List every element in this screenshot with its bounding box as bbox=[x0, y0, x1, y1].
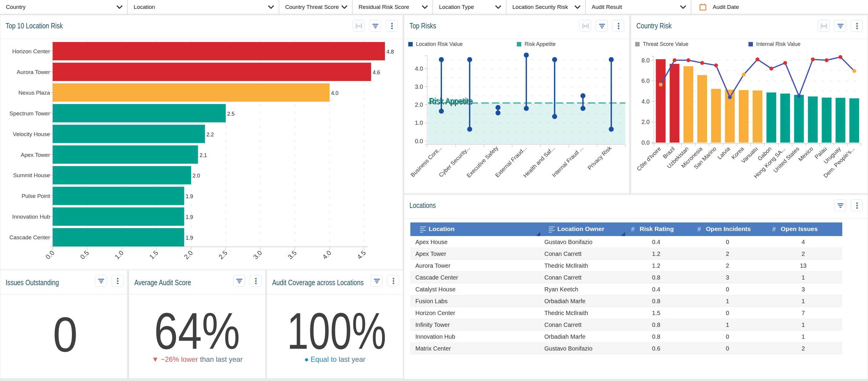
svg-text:4.0: 4.0 bbox=[331, 90, 338, 96]
svg-text:0.0: 0.0 bbox=[44, 249, 56, 261]
svg-text:4.0: 4.0 bbox=[321, 249, 333, 261]
svg-text:2.5: 2.5 bbox=[217, 249, 229, 261]
svg-text:2.0: 2.0 bbox=[415, 101, 423, 108]
svg-text:Internal Risk Value: Internal Risk Value bbox=[756, 41, 801, 47]
svg-text:1.9: 1.9 bbox=[186, 235, 193, 241]
svg-text:Business Cont...: Business Cont... bbox=[409, 145, 443, 178]
svg-text:Risk Appetite: Risk Appetite bbox=[429, 96, 472, 106]
svg-text:Innovation Hub: Innovation Hub bbox=[12, 214, 50, 220]
svg-text:Cyber Security...: Cyber Security... bbox=[438, 145, 471, 178]
svg-text:6.0: 6.0 bbox=[641, 77, 650, 84]
svg-text:1.9: 1.9 bbox=[186, 193, 193, 199]
svg-text:Privacy Risk: Privacy Risk bbox=[586, 145, 613, 171]
svg-text:Pulse Point: Pulse Point bbox=[22, 193, 50, 199]
svg-text:4.6: 4.6 bbox=[372, 69, 380, 75]
svg-text:Apex Tower: Apex Tower bbox=[21, 152, 50, 158]
svg-text:Latvia: Latvia bbox=[716, 146, 731, 161]
svg-text:Spectrum Tower: Spectrum Tower bbox=[9, 110, 50, 117]
svg-text:4.0: 4.0 bbox=[415, 65, 423, 72]
svg-text:Mexico: Mexico bbox=[797, 146, 814, 162]
svg-text:1.0: 1.0 bbox=[415, 120, 423, 126]
svg-text:4.8: 4.8 bbox=[386, 49, 394, 55]
svg-text:Nexus Plaza: Nexus Plaza bbox=[18, 90, 50, 96]
svg-text:3.0: 3.0 bbox=[415, 84, 423, 90]
svg-text:Summit House: Summit House bbox=[13, 172, 50, 178]
svg-text:Côte d'Ivoire: Côte d'Ivoire bbox=[636, 146, 662, 172]
svg-text:Aurora Tower: Aurora Tower bbox=[17, 69, 50, 75]
svg-text:2.2: 2.2 bbox=[207, 132, 214, 137]
svg-text:Location Risk Value: Location Risk Value bbox=[416, 41, 463, 47]
svg-text:2.1: 2.1 bbox=[199, 152, 207, 158]
svg-text:2.0: 2.0 bbox=[193, 173, 200, 179]
svg-text:0.0: 0.0 bbox=[415, 138, 423, 145]
svg-text:Threat Score Value: Threat Score Value bbox=[643, 41, 688, 47]
svg-text:0.0: 0.0 bbox=[641, 139, 650, 146]
svg-text:2.0: 2.0 bbox=[183, 249, 194, 261]
svg-text:2.0: 2.0 bbox=[641, 119, 650, 125]
svg-text:Horizon Center: Horizon Center bbox=[12, 48, 50, 55]
svg-text:Cascade Center: Cascade Center bbox=[9, 234, 50, 241]
svg-text:4.5: 4.5 bbox=[355, 249, 367, 261]
svg-text:Risk Appetite: Risk Appetite bbox=[525, 41, 556, 47]
svg-text:1.9: 1.9 bbox=[186, 214, 193, 220]
svg-text:3.0: 3.0 bbox=[252, 249, 263, 261]
svg-text:8.0: 8.0 bbox=[641, 57, 650, 64]
svg-text:Internal Fraud ...: Internal Fraud ... bbox=[551, 145, 584, 178]
svg-text:0.5: 0.5 bbox=[79, 249, 90, 261]
svg-text:Velocity House: Velocity House bbox=[13, 131, 50, 137]
svg-text:4.0: 4.0 bbox=[641, 98, 650, 105]
svg-text:2.5: 2.5 bbox=[227, 111, 235, 117]
svg-text:1.0: 1.0 bbox=[113, 249, 125, 261]
svg-text:1.5: 1.5 bbox=[148, 249, 159, 261]
svg-text:3.5: 3.5 bbox=[286, 249, 298, 261]
